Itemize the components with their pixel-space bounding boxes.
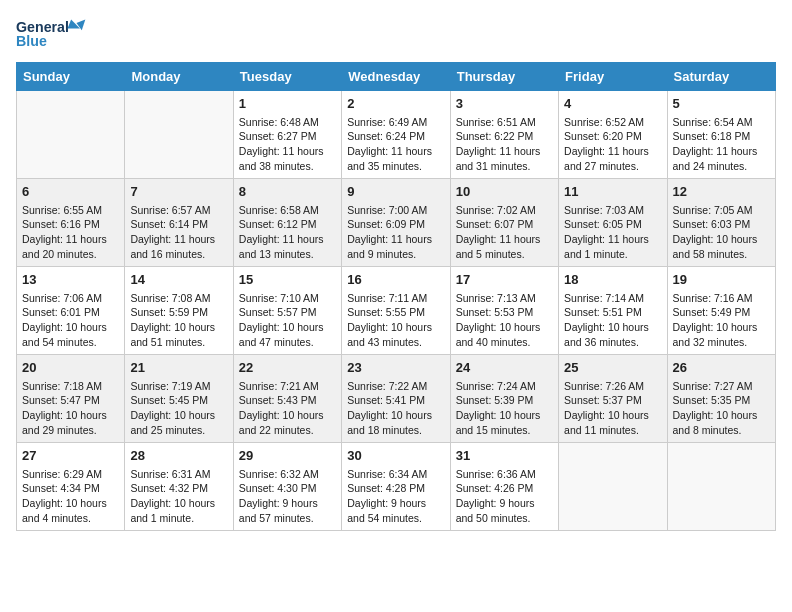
- sunset-text: Sunset: 5:37 PM: [564, 394, 642, 406]
- calendar-day-3: 3Sunrise: 6:51 AMSunset: 6:22 PMDaylight…: [450, 90, 558, 178]
- day-number: 17: [456, 271, 553, 289]
- sunset-text: Sunset: 5:53 PM: [456, 306, 534, 318]
- sunrise-text: Sunrise: 7:26 AM: [564, 380, 644, 392]
- sunset-text: Sunset: 6:24 PM: [347, 130, 425, 142]
- calendar-week-row: 27Sunrise: 6:29 AMSunset: 4:34 PMDayligh…: [17, 442, 776, 530]
- calendar-table: SundayMondayTuesdayWednesdayThursdayFrid…: [16, 62, 776, 531]
- sunset-text: Sunset: 6:18 PM: [673, 130, 751, 142]
- sunrise-text: Sunrise: 7:21 AM: [239, 380, 319, 392]
- day-number: 19: [673, 271, 770, 289]
- sunrise-text: Sunrise: 7:03 AM: [564, 204, 644, 216]
- sunset-text: Sunset: 5:43 PM: [239, 394, 317, 406]
- sunset-text: Sunset: 5:51 PM: [564, 306, 642, 318]
- calendar-day-4: 4Sunrise: 6:52 AMSunset: 6:20 PMDaylight…: [559, 90, 667, 178]
- calendar-day-15: 15Sunrise: 7:10 AMSunset: 5:57 PMDayligh…: [233, 266, 341, 354]
- sunrise-text: Sunrise: 6:49 AM: [347, 116, 427, 128]
- day-number: 21: [130, 359, 227, 377]
- calendar-day-28: 28Sunrise: 6:31 AMSunset: 4:32 PMDayligh…: [125, 442, 233, 530]
- sunset-text: Sunset: 4:26 PM: [456, 482, 534, 494]
- daylight-text: Daylight: 10 hours and 58 minutes.: [673, 233, 758, 260]
- daylight-text: Daylight: 11 hours and 13 minutes.: [239, 233, 324, 260]
- calendar-day-27: 27Sunrise: 6:29 AMSunset: 4:34 PMDayligh…: [17, 442, 125, 530]
- daylight-text: Daylight: 10 hours and 51 minutes.: [130, 321, 215, 348]
- daylight-text: Daylight: 9 hours and 57 minutes.: [239, 497, 318, 524]
- calendar-day-5: 5Sunrise: 6:54 AMSunset: 6:18 PMDaylight…: [667, 90, 775, 178]
- calendar-day-1: 1Sunrise: 6:48 AMSunset: 6:27 PMDaylight…: [233, 90, 341, 178]
- calendar-day-30: 30Sunrise: 6:34 AMSunset: 4:28 PMDayligh…: [342, 442, 450, 530]
- calendar-day-14: 14Sunrise: 7:08 AMSunset: 5:59 PMDayligh…: [125, 266, 233, 354]
- calendar-day-empty: [667, 442, 775, 530]
- sunrise-text: Sunrise: 7:22 AM: [347, 380, 427, 392]
- sunset-text: Sunset: 4:32 PM: [130, 482, 208, 494]
- calendar-header-row: SundayMondayTuesdayWednesdayThursdayFrid…: [17, 62, 776, 90]
- calendar-day-6: 6Sunrise: 6:55 AMSunset: 6:16 PMDaylight…: [17, 178, 125, 266]
- day-number: 29: [239, 447, 336, 465]
- calendar-day-19: 19Sunrise: 7:16 AMSunset: 5:49 PMDayligh…: [667, 266, 775, 354]
- sunrise-text: Sunrise: 6:48 AM: [239, 116, 319, 128]
- sunrise-text: Sunrise: 7:10 AM: [239, 292, 319, 304]
- sunset-text: Sunset: 4:28 PM: [347, 482, 425, 494]
- sunrise-text: Sunrise: 6:32 AM: [239, 468, 319, 480]
- day-number: 23: [347, 359, 444, 377]
- sunset-text: Sunset: 6:14 PM: [130, 218, 208, 230]
- sunrise-text: Sunrise: 6:54 AM: [673, 116, 753, 128]
- calendar-day-17: 17Sunrise: 7:13 AMSunset: 5:53 PMDayligh…: [450, 266, 558, 354]
- sunrise-text: Sunrise: 6:29 AM: [22, 468, 102, 480]
- calendar-day-13: 13Sunrise: 7:06 AMSunset: 6:01 PMDayligh…: [17, 266, 125, 354]
- daylight-text: Daylight: 9 hours and 54 minutes.: [347, 497, 426, 524]
- daylight-text: Daylight: 10 hours and 25 minutes.: [130, 409, 215, 436]
- day-number: 12: [673, 183, 770, 201]
- sunset-text: Sunset: 5:55 PM: [347, 306, 425, 318]
- sunrise-text: Sunrise: 6:57 AM: [130, 204, 210, 216]
- sunset-text: Sunset: 5:59 PM: [130, 306, 208, 318]
- day-number: 18: [564, 271, 661, 289]
- daylight-text: Daylight: 10 hours and 15 minutes.: [456, 409, 541, 436]
- sunrise-text: Sunrise: 7:27 AM: [673, 380, 753, 392]
- daylight-text: Daylight: 11 hours and 1 minute.: [564, 233, 649, 260]
- day-number: 13: [22, 271, 119, 289]
- day-number: 10: [456, 183, 553, 201]
- day-number: 27: [22, 447, 119, 465]
- calendar-day-empty: [17, 90, 125, 178]
- day-number: 4: [564, 95, 661, 113]
- sunset-text: Sunset: 5:47 PM: [22, 394, 100, 406]
- sunset-text: Sunset: 6:27 PM: [239, 130, 317, 142]
- daylight-text: Daylight: 10 hours and 8 minutes.: [673, 409, 758, 436]
- day-number: 14: [130, 271, 227, 289]
- calendar-day-12: 12Sunrise: 7:05 AMSunset: 6:03 PMDayligh…: [667, 178, 775, 266]
- daylight-text: Daylight: 10 hours and 36 minutes.: [564, 321, 649, 348]
- sunset-text: Sunset: 4:34 PM: [22, 482, 100, 494]
- sunset-text: Sunset: 6:20 PM: [564, 130, 642, 142]
- day-number: 1: [239, 95, 336, 113]
- calendar-day-20: 20Sunrise: 7:18 AMSunset: 5:47 PMDayligh…: [17, 354, 125, 442]
- calendar-day-11: 11Sunrise: 7:03 AMSunset: 6:05 PMDayligh…: [559, 178, 667, 266]
- day-number: 6: [22, 183, 119, 201]
- sunset-text: Sunset: 5:57 PM: [239, 306, 317, 318]
- calendar-day-18: 18Sunrise: 7:14 AMSunset: 5:51 PMDayligh…: [559, 266, 667, 354]
- sunset-text: Sunset: 6:12 PM: [239, 218, 317, 230]
- sunset-text: Sunset: 5:35 PM: [673, 394, 751, 406]
- sunrise-text: Sunrise: 7:08 AM: [130, 292, 210, 304]
- day-number: 15: [239, 271, 336, 289]
- day-number: 8: [239, 183, 336, 201]
- sunrise-text: Sunrise: 6:36 AM: [456, 468, 536, 480]
- weekday-header-saturday: Saturday: [667, 62, 775, 90]
- day-number: 16: [347, 271, 444, 289]
- calendar-day-2: 2Sunrise: 6:49 AMSunset: 6:24 PMDaylight…: [342, 90, 450, 178]
- calendar-day-16: 16Sunrise: 7:11 AMSunset: 5:55 PMDayligh…: [342, 266, 450, 354]
- sunrise-text: Sunrise: 7:18 AM: [22, 380, 102, 392]
- sunset-text: Sunset: 6:01 PM: [22, 306, 100, 318]
- page-header: General Blue: [16, 16, 776, 52]
- daylight-text: Daylight: 10 hours and 47 minutes.: [239, 321, 324, 348]
- logo-svg: General Blue: [16, 16, 96, 52]
- sunset-text: Sunset: 6:05 PM: [564, 218, 642, 230]
- calendar-day-22: 22Sunrise: 7:21 AMSunset: 5:43 PMDayligh…: [233, 354, 341, 442]
- sunrise-text: Sunrise: 7:13 AM: [456, 292, 536, 304]
- calendar-week-row: 1Sunrise: 6:48 AMSunset: 6:27 PMDaylight…: [17, 90, 776, 178]
- sunrise-text: Sunrise: 7:11 AM: [347, 292, 427, 304]
- sunset-text: Sunset: 5:39 PM: [456, 394, 534, 406]
- weekday-header-thursday: Thursday: [450, 62, 558, 90]
- daylight-text: Daylight: 10 hours and 32 minutes.: [673, 321, 758, 348]
- daylight-text: Daylight: 11 hours and 24 minutes.: [673, 145, 758, 172]
- daylight-text: Daylight: 11 hours and 27 minutes.: [564, 145, 649, 172]
